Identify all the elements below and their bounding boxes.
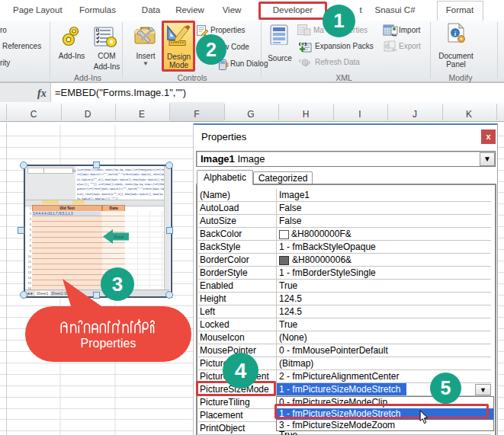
svg-text:Result: Result (114, 235, 125, 239)
